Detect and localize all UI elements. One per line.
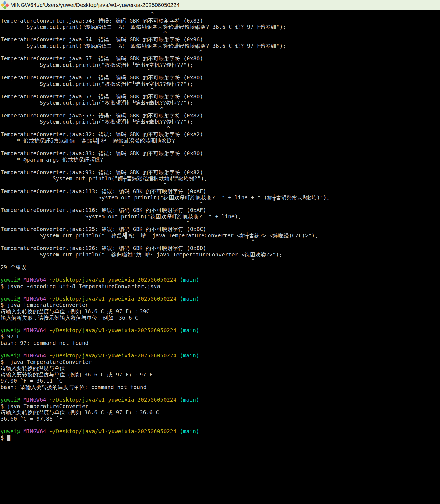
terminal-line: ^ — [1, 163, 440, 169]
terminal-line: ^ — [1, 220, 440, 226]
terminal-output[interactable]: ^TemperatureConverter.java:54: 错误: 编码 GB… — [0, 10, 440, 441]
msys2-icon — [1, 1, 9, 9]
cursor: █ — [7, 435, 10, 441]
terminal-line: 36.60 °C = 97.88 °F — [1, 416, 440, 422]
terminal-line: ^ — [1, 30, 440, 37]
terminal-line — [1, 346, 440, 352]
terminal-line: $ java TemperatureConverter — [1, 302, 440, 308]
terminal-line: ^ — [1, 68, 440, 74]
terminal-line: ^ — [1, 11, 440, 18]
terminal-line: ^ — [1, 239, 440, 245]
terminal-line: System.out.println("鋴困欢琛屽紵帆敊璇?: " + line… — [1, 194, 440, 201]
terminal-line: TemperatureConverter.java:126: 错误: 编码 GB… — [1, 245, 440, 251]
terminal-line: System.out.println("杈撳叆涓虹┖锛出▼搴帆??鍑恒??"); — [1, 81, 440, 87]
terminal-line: System.out.println("鋴困欢琛屽紵帆敊璇?: " + line… — [1, 213, 440, 220]
terminal-line: ^ — [1, 87, 440, 93]
terminal-line: System.out.println(" 鍗曟ā▌杞 嶆: java Tempe… — [1, 232, 440, 239]
terminal-line — [1, 321, 440, 327]
terminal-line: ^ — [1, 182, 440, 188]
terminal-line: yuwei@ MINGW64 ~/Desktop/java/w1-yuweixi… — [1, 397, 440, 403]
terminal-line: 请输入要转换的温度与单位（例如 36.6 C 或 97 F）：36.6 C — [1, 409, 440, 416]
terminal-line — [1, 422, 440, 428]
terminal-line: $ java TemperatureConverter — [1, 359, 440, 365]
terminal-line: TemperatureConverter.java:57: 错误: 编码 GBK… — [1, 112, 440, 119]
window-title: MINGW64:/c/Users/yuwei/Desktop/java/w1-y… — [10, 2, 180, 8]
terminal-line: 29 个错误 — [1, 264, 440, 270]
terminal-line: $ █ — [1, 435, 440, 441]
terminal-line: * @param args 鍛戒护琛屽弬鏁? — [1, 157, 440, 163]
terminal-line: System.out.println("杈撳叆涓虹┖锛出▼搴帆??鍑恒??"); — [1, 100, 440, 106]
terminal-line: System.out.print("璇疯緭鍏ヨ 杞 崲鐨勬俯搴︿笌鍗曚綅锛堜緥濡… — [1, 24, 440, 30]
terminal-line: 输入解析失败，请按示例输入数值与单位，例如：36.6 C — [1, 315, 440, 321]
terminal-line: yuwei@ MINGW64 ~/Desktop/java/w1-yuweixi… — [1, 327, 440, 334]
terminal-line: 97.00 °F = 36.11 °C — [1, 378, 440, 384]
terminal-line: TemperatureConverter.java:54: 错误: 编码 GBK… — [1, 18, 440, 24]
terminal-line — [1, 289, 440, 296]
terminal-line: System.out.println("杈撳叆涓虹┖锛出▼搴帆??鍑恒??"); — [1, 119, 440, 125]
terminal-line: yuwei@ MINGW64 ~/Desktop/java/w1-yuweixi… — [1, 428, 440, 435]
terminal-line: yuwei@ MINGW64 ~/Desktop/java/w1-yuweixi… — [1, 296, 440, 302]
terminal-line: 请输入要转换的温度与单位 — [1, 365, 440, 371]
terminal-line: yuwei@ MINGW64 ~/Desktop/java/w1-yuweixi… — [1, 352, 440, 359]
terminal-line: bash: 请输入要转换的温度与单位: command not found — [1, 384, 440, 390]
terminal-line: ^ — [1, 49, 440, 56]
terminal-line: System.out.println(" 鎵归噺妯″紡 嶆: java Temp… — [1, 251, 440, 258]
terminal-line: TemperatureConverter.java:57: 错误: 编码 GBK… — [1, 55, 440, 62]
terminal-line: ^ — [1, 258, 440, 264]
terminal-line: $ javac -encoding utf-8 TemperatureConve… — [1, 283, 440, 289]
terminal-line: TemperatureConverter.java:83: 错误: 编码 GBK… — [1, 150, 440, 157]
terminal-line: ^ — [1, 125, 440, 131]
terminal-line: TemperatureConverter.java:125: 错误: 编码 GB… — [1, 226, 440, 232]
terminal-line: yuwei@ MINGW64 ~/Desktop/java/w1-yuweixi… — [1, 277, 440, 283]
terminal-line: ^ — [1, 106, 440, 112]
terminal-line: TemperatureConverter.java:54: 错误: 编码 GBK… — [1, 36, 440, 43]
terminal-line: TemperatureConverter.java:113: 错误: 编码 GB… — [1, 188, 440, 195]
terminal-line: bash: 97: command not found — [1, 340, 440, 346]
title-bar: MINGW64:/c/Users/yuwei/Desktop/java/w1-y… — [0, 0, 440, 10]
terminal-line: TemperatureConverter.java:82: 错误: 编码 GBK… — [1, 131, 440, 138]
terminal-line: TemperatureConverter.java:116: 错误: 编码 GB… — [1, 207, 440, 213]
terminal-line: TemperatureConverter.java:57: 错误: 编码 GBK… — [1, 74, 440, 81]
terminal-line: * 鍛戒护琛屽ā寮忥細鏀 寔鍛晨▌杞 崲鍛屾瀯浠舵墭閲忚浆鎹? — [1, 138, 440, 144]
terminal-line: System.out.print("璇疯緭鍏ヨ 杞 崲鐨勬俯搴︿笌鍗曚綅锛堜緥濡… — [1, 43, 440, 49]
terminal-line: $ 97 F — [1, 333, 440, 340]
terminal-line: TemperatureConverter.java:57: 错误: 编码 GBK… — [1, 93, 440, 100]
terminal-line: ^ — [1, 144, 440, 150]
terminal-line: System.out.println("娓╁害鍊艰秴缁楃粏妯¢攣鏉垮閿?"); — [1, 175, 440, 182]
terminal-line: 请输入要转换的温度与单位（例如 36.6 C 或 97 F）：97 F — [1, 371, 440, 378]
terminal-line: System.out.println("杈撳叆涓虹┖锛出▼搴帆??鍑恒??"); — [1, 62, 440, 68]
terminal-line: $ java TemperatureConverter — [1, 403, 440, 409]
terminal-line — [1, 390, 440, 397]
terminal-line: TemperatureConverter.java:93: 错误: 编码 GBK… — [1, 169, 440, 176]
terminal-line — [1, 270, 440, 277]
terminal-line: ^ — [1, 201, 440, 207]
terminal-line: 请输入要转换的温度与单位（例如 36.6 C 或 97 F）：39C — [1, 308, 440, 315]
